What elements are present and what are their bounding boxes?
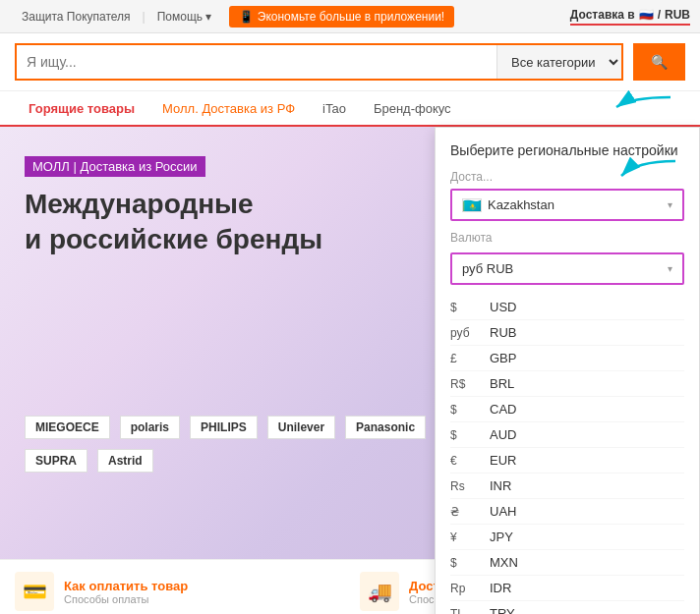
search-input-wrap: Все категории: [15, 43, 623, 81]
currency-code: MXN: [490, 555, 518, 570]
currency-code: TRY: [490, 606, 515, 614]
currency-symbol: Rs: [450, 479, 490, 493]
country-label: Kazakhstan: [488, 197, 554, 212]
category-select[interactable]: Все категории: [496, 45, 621, 79]
delivery-region[interactable]: Доставка в 🇷🇺 / RUB: [570, 8, 690, 26]
currency-symbol: $: [450, 556, 490, 570]
currency-row-cad[interactable]: $CAD: [450, 397, 684, 422]
currency-row-mxn[interactable]: $MXN: [450, 550, 684, 576]
tab-mall-delivery[interactable]: Молл. Доставка из РФ: [148, 91, 309, 125]
currency-code: BRL: [490, 376, 514, 391]
currency-row-gbp[interactable]: £GBP: [450, 346, 684, 371]
currency-symbol: R$: [450, 377, 490, 391]
currency-symbol: Rp: [450, 582, 490, 595]
brand-unilever[interactable]: Unilever: [267, 416, 335, 439]
currency-code: USD: [490, 300, 516, 314]
currency-row-aud[interactable]: $AUD: [450, 422, 684, 448]
country-chevron-down-icon: ▾: [668, 199, 672, 210]
currency-row-brl[interactable]: R$BRL: [450, 371, 684, 397]
regional-settings-dropdown: Выберите региональные настройки Доста...…: [435, 127, 700, 614]
currency-code: UAH: [490, 504, 516, 519]
country-select-wrap: Kazakhstan ▾: [450, 189, 684, 221]
currency-code: AUD: [490, 427, 516, 442]
payment-title: Как оплатить товар: [64, 579, 188, 593]
delivery-icon: 🚚: [360, 572, 399, 611]
currency-row-idr[interactable]: RpIDR: [450, 576, 684, 601]
currency-selected-label: руб RUB: [462, 261, 513, 276]
tab-brand-focus[interactable]: Бренд-фокус: [360, 91, 465, 125]
currency-symbol: €: [450, 454, 490, 468]
currency-code: GBP: [490, 351, 516, 365]
currency-row-jpy[interactable]: ¥JPY: [450, 525, 684, 550]
country-select[interactable]: Kazakhstan ▾: [450, 189, 684, 221]
buyer-protection[interactable]: Защита Покупателя: [10, 10, 143, 24]
currency-code: RUB: [490, 325, 516, 340]
currency-section-label: Валюта: [450, 231, 684, 245]
dropdown-title: Выберите региональные настройки: [450, 142, 684, 158]
currency-list: $USDрубRUB£GBPR$BRL$CAD$AUD€EURRsINR₴UAH…: [450, 295, 684, 614]
currency-code: IDR: [490, 581, 511, 595]
banner-badge: МОЛЛ | Доставка из России: [25, 156, 205, 177]
currency-symbol: TL: [450, 607, 490, 615]
currency-symbol: £: [450, 352, 490, 365]
brand-polaris[interactable]: polaris: [120, 416, 180, 439]
brand-supra[interactable]: SUPRA: [25, 449, 88, 473]
search-bar: Все категории 🔍: [0, 33, 700, 91]
app-promo[interactable]: 📱 Экономьте больше в приложении!: [229, 6, 454, 28]
currency-row-uah[interactable]: ₴UAH: [450, 499, 684, 525]
currency-row-rub[interactable]: рубRUB: [450, 320, 684, 346]
tab-hot-goods[interactable]: Горящие товары: [15, 91, 148, 125]
brand-miegoece[interactable]: MIEGOECE: [25, 416, 110, 439]
currency-symbol: ¥: [450, 530, 490, 544]
currency-select[interactable]: руб RUB ▾: [450, 252, 684, 285]
currency-code: JPY: [490, 530, 513, 544]
currency-row-inr[interactable]: RsINR: [450, 474, 684, 499]
currency-row-eur[interactable]: €EUR: [450, 448, 684, 474]
currency-code: INR: [490, 478, 511, 493]
brand-astrid[interactable]: Astrid: [97, 449, 153, 473]
search-input[interactable]: [17, 54, 496, 70]
payment-icon: 💳: [15, 572, 54, 611]
nav-tabs: Горящие товары Молл. Доставка из РФ iTao…: [0, 91, 700, 127]
currency-chevron-down-icon: ▾: [668, 263, 672, 274]
search-button[interactable]: 🔍: [633, 43, 685, 81]
feature-payment[interactable]: 💳 Как оплатить товар Способы оплаты: [15, 572, 340, 611]
payment-subtitle: Способы оплаты: [64, 593, 188, 605]
currency-row-usd[interactable]: $USD: [450, 295, 684, 320]
help-menu[interactable]: Помощь ▾: [146, 10, 224, 24]
currency-code: EUR: [490, 453, 516, 468]
currency-symbol: руб: [450, 326, 490, 340]
currency-code: CAD: [490, 402, 516, 417]
kazakhstan-flag: [462, 198, 482, 212]
top-navigation: Защита Покупателя | Помощь ▾ 📱 Экономьте…: [0, 0, 700, 33]
main-content: МОЛЛ | Доставка из России Международныеи…: [0, 127, 700, 559]
delivery-label: Доста...: [450, 170, 684, 184]
currency-symbol: ₴: [450, 505, 490, 519]
currency-row-try[interactable]: TLTRY: [450, 601, 684, 614]
brand-panasonic[interactable]: Panasonic: [345, 416, 426, 439]
currency-symbol: $: [450, 428, 490, 442]
currency-symbol: $: [450, 403, 490, 417]
brand-philips[interactable]: PHILIPS: [190, 416, 258, 439]
currency-symbol: $: [450, 301, 490, 314]
tab-itao[interactable]: iTao: [309, 91, 360, 125]
